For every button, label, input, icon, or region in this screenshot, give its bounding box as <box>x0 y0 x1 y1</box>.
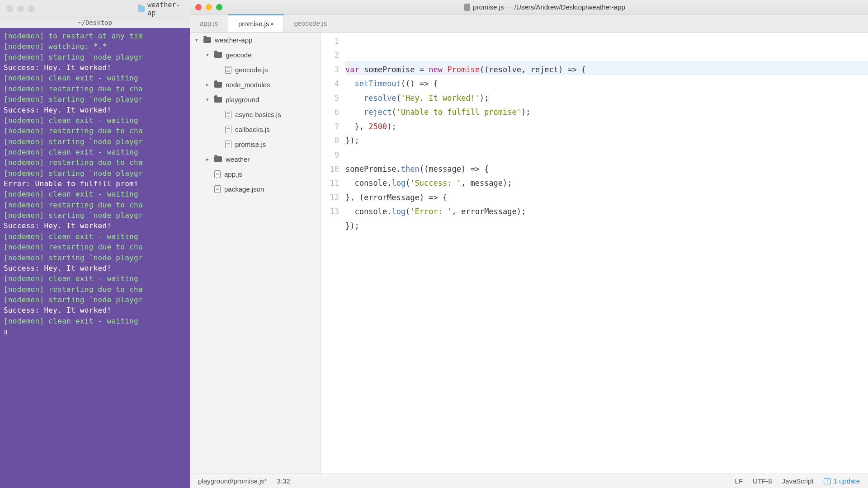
terminal-titlebar[interactable]: weather-ap <box>0 0 190 18</box>
tab-promise-js[interactable]: promise.js• <box>228 14 284 32</box>
terminal-line: Success: Hey. It worked! <box>4 105 186 115</box>
terminal-window: weather-ap ~/Desktop [nodemon] to restar… <box>0 0 190 488</box>
tree-file-geocode-js[interactable]: geocode.js <box>190 62 321 77</box>
file-icon <box>225 126 231 133</box>
tree-folder-geocode[interactable]: ▾geocode <box>190 47 321 62</box>
terminal-line: [nodemon] clean exit - waiting <box>4 231 186 242</box>
terminal-line: [nodemon] starting `node playgr <box>4 94 186 104</box>
terminal-tab[interactable]: weather-ap <box>138 1 184 17</box>
status-language[interactable]: JavaScript <box>782 477 814 485</box>
terminal-traffic-lights[interactable] <box>6 5 35 12</box>
tree-item-label: callbacks.js <box>235 126 270 133</box>
terminal-line: Success: Hey. It worked! <box>4 221 186 231</box>
chevron-down-icon: ▾ <box>195 37 200 43</box>
terminal-line: [nodemon] clean exit - waiting <box>4 73 186 83</box>
editor-traffic-lights[interactable] <box>195 4 222 10</box>
terminal-line: [nodemon] clean exit - waiting <box>4 316 186 326</box>
tree-folder-node_modules[interactable]: ▸node_modules <box>190 77 321 92</box>
tab-geocode-js[interactable]: geocode.js <box>284 14 337 32</box>
tree-file-promise-js[interactable]: promise.js <box>190 137 321 152</box>
terminal-line: Success: Hey. It worked! <box>4 263 186 273</box>
tab-app-js[interactable]: app.js <box>190 14 228 32</box>
tree-root[interactable]: ▾ weather-app <box>190 33 321 47</box>
tree-folder-weather[interactable]: ▸weather <box>190 152 321 167</box>
tree-file-async-basics-js[interactable]: async-basics.js <box>190 107 321 122</box>
terminal-line: Success: Hey. It worked! <box>4 305 186 315</box>
status-bar: playground/promise.js* 3:32 LF UTF-8 Jav… <box>190 474 868 488</box>
file-icon <box>225 141 231 148</box>
chevron-right-icon: ▸ <box>206 82 211 88</box>
terminal-line: [nodemon] clean exit - waiting <box>4 189 186 199</box>
editor-close-icon[interactable] <box>195 4 202 10</box>
terminal-line: ▯ <box>4 326 186 337</box>
folder-icon <box>214 82 222 88</box>
tree-item-label: async-basics.js <box>235 111 281 118</box>
editor-titlebar[interactable]: promise.js — /Users/Andrew/Desktop/weath… <box>190 0 868 14</box>
file-icon <box>214 170 221 178</box>
tree-item-label: playground <box>226 96 259 103</box>
terminal-close-icon[interactable] <box>6 5 13 12</box>
folder-icon <box>214 52 222 58</box>
terminal-line: [nodemon] restarting due to cha <box>4 242 186 252</box>
tree-root-label: weather-app <box>215 36 252 44</box>
terminal-line: [nodemon] starting `node playgr <box>4 210 186 221</box>
chevron-down-icon: ▾ <box>206 52 211 58</box>
tree-file-callbacks-js[interactable]: callbacks.js <box>190 122 321 137</box>
tree-item-label: geocode.js <box>235 66 268 74</box>
tree-folder-playground[interactable]: ▾playground <box>190 92 321 107</box>
document-icon <box>464 4 470 11</box>
editor-main: ▾ weather-app ▾geocodegeocode.js▸node_mo… <box>190 33 868 474</box>
terminal-line: [nodemon] starting `node playgr <box>4 52 186 62</box>
status-file-path: playground/promise.js* <box>198 477 267 485</box>
editor-tabs: app.jspromise.js•geocode.js <box>190 14 868 33</box>
terminal-line: [nodemon] watching: *.* <box>4 41 186 52</box>
update-badge[interactable]: 1 update <box>824 477 860 485</box>
terminal-line: [nodemon] restarting due to cha <box>4 200 186 210</box>
terminal-output[interactable]: [nodemon] to restart at any tim[nodemon]… <box>0 28 190 339</box>
editor-window-title: promise.js — /Users/Andrew/Desktop/weath… <box>227 3 863 11</box>
folder-icon <box>203 37 211 43</box>
update-label: 1 update <box>834 477 860 485</box>
status-encoding[interactable]: UTF-8 <box>753 477 772 485</box>
terminal-line: [nodemon] clean exit - waiting <box>4 147 186 157</box>
editor-minimize-icon[interactable] <box>206 4 212 10</box>
folder-icon <box>214 156 222 162</box>
file-tree-sidebar[interactable]: ▾ weather-app ▾geocodegeocode.js▸node_mo… <box>190 33 321 474</box>
status-cursor: 3:32 <box>277 477 290 485</box>
terminal-line: [nodemon] clean exit - waiting <box>4 115 186 126</box>
line-gutter: 12345678910111213 <box>321 33 345 474</box>
terminal-line: [nodemon] restarting due to cha <box>4 284 186 295</box>
chevron-right-icon: ▸ <box>206 156 211 162</box>
terminal-line: [nodemon] starting `node playgr <box>4 136 186 147</box>
terminal-tab-label: weather-ap <box>147 1 184 17</box>
tree-file-app-js[interactable]: app.js <box>190 167 321 182</box>
terminal-line: [nodemon] restarting due to cha <box>4 84 186 94</box>
terminal-maximize-icon[interactable] <box>28 5 35 12</box>
terminal-line: [nodemon] clean exit - waiting <box>4 273 186 284</box>
terminal-line: [nodemon] restarting due to cha <box>4 157 186 168</box>
chevron-down-icon: ▾ <box>206 97 211 103</box>
terminal-line: [nodemon] restarting due to cha <box>4 126 186 136</box>
terminal-line: Success: Hey. It worked! <box>4 62 186 73</box>
tree-item-label: geocode <box>226 51 252 59</box>
editor-title-text: promise.js — /Users/Andrew/Desktop/weath… <box>473 3 625 11</box>
tree-item-label: weather <box>226 155 250 163</box>
terminal-line: [nodemon] starting `node playgr <box>4 253 186 263</box>
code-editor[interactable]: 12345678910111213 var somePromise = new … <box>321 33 868 474</box>
file-icon <box>214 185 221 193</box>
terminal-line: [nodemon] starting `node playgr <box>4 168 186 178</box>
code-content[interactable]: var somePromise = new Promise((resolve, … <box>345 33 868 474</box>
folder-icon <box>138 6 145 12</box>
status-eol[interactable]: LF <box>735 477 743 485</box>
tree-item-label: package.json <box>224 185 264 193</box>
terminal-path: ~/Desktop <box>0 18 190 28</box>
folder-icon <box>214 97 222 103</box>
editor-window: promise.js — /Users/Andrew/Desktop/weath… <box>190 0 868 488</box>
tree-item-label: node_modules <box>226 81 270 89</box>
terminal-line: Error: Unable to fulfill promi <box>4 178 186 189</box>
terminal-minimize-icon[interactable] <box>17 5 24 12</box>
tree-file-package-json[interactable]: package.json <box>190 182 321 197</box>
tree-item-label: app.js <box>224 170 242 178</box>
editor-maximize-icon[interactable] <box>216 4 222 10</box>
package-icon <box>824 478 831 484</box>
